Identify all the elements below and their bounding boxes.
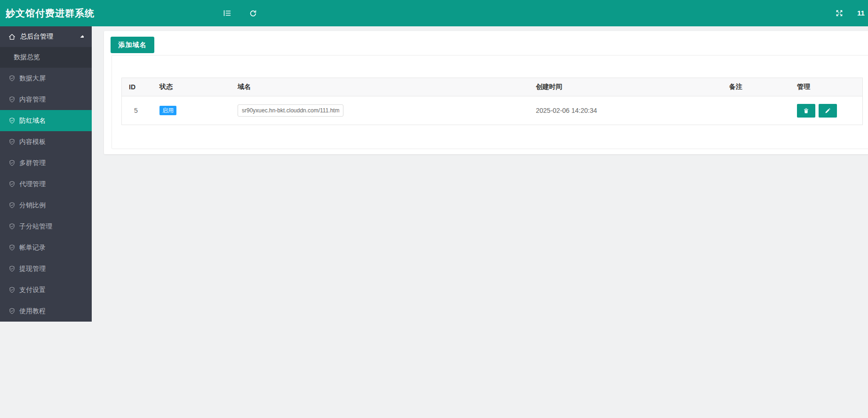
shield-check-icon: [8, 117, 16, 124]
table-panel: ID 状态 域名 创建时间 备注 管理 5 启用: [111, 55, 868, 149]
sidebar-parent-label: 总后台管理: [20, 32, 53, 41]
sidebar-item-usage-tutorial[interactable]: 使用教程: [0, 300, 92, 322]
app-window: 妙文馆付费进群系统 11 总后台管理 数据总览 数据大屏: [0, 0, 868, 418]
sidebar-item-label: 子分站管理: [19, 222, 52, 231]
shield-check-icon: [8, 159, 16, 166]
sidebar-item-withdraw-manage[interactable]: 提现管理: [0, 258, 92, 279]
sidebar-item-agent-manage[interactable]: 代理管理: [0, 174, 92, 195]
col-header-domain: 域名: [231, 78, 529, 96]
sidebar-item-data-overview[interactable]: 数据总览: [0, 47, 92, 68]
pencil-icon: [824, 107, 831, 114]
sidebar-item-label: 帐单记录: [19, 244, 46, 252]
shield-check-icon: [8, 244, 16, 251]
trash-icon: [803, 107, 810, 114]
shield-check-icon: [8, 75, 16, 82]
shield-check-icon: [8, 223, 16, 230]
sidebar-item-content-template[interactable]: 内容模板: [0, 131, 92, 152]
col-header-created: 创建时间: [529, 78, 722, 96]
shield-check-icon: [8, 265, 16, 272]
status-badge[interactable]: 启用: [159, 106, 176, 115]
table-header-row: ID 状态 域名 创建时间 备注 管理: [122, 78, 862, 96]
sidebar-item-label: 分销比例: [19, 201, 46, 210]
sidebar-item-label: 内容模板: [19, 138, 46, 146]
sidebar-item-label: 数据大屏: [19, 74, 46, 83]
caret-up-icon: [79, 34, 84, 39]
col-header-id: ID: [122, 78, 152, 96]
cell-domain: [231, 96, 529, 125]
content-card: 添加域名 ID 状态 域名 创建时间 备注: [104, 31, 868, 154]
sidebar-item-substation-manage[interactable]: 子分站管理: [0, 216, 92, 237]
shield-check-icon: [8, 181, 16, 188]
sidebar-nav: 总后台管理 数据总览 数据大屏 内容管理 防红域名 内容模板 多群管理: [0, 26, 92, 322]
edit-button[interactable]: [819, 104, 837, 118]
sidebar-item-label: 多群管理: [19, 159, 46, 167]
shield-check-icon: [8, 308, 16, 315]
shield-check-icon: [8, 138, 16, 145]
sidebar-item-data-screen[interactable]: 数据大屏: [0, 68, 92, 89]
shield-check-icon: [8, 202, 16, 209]
cell-status: 启用: [152, 96, 231, 125]
header-username[interactable]: 11: [857, 0, 865, 26]
app-title: 妙文馆付费进群系统: [6, 0, 95, 26]
delete-button[interactable]: [797, 104, 815, 118]
sidebar-item-payment-settings[interactable]: 支付设置: [0, 279, 92, 300]
shield-check-icon: [8, 286, 16, 293]
sidebar-item-label: 防红域名: [19, 117, 46, 125]
sidebar-item-label: 代理管理: [19, 180, 46, 189]
domain-table: ID 状态 域名 创建时间 备注 管理 5 启用: [121, 78, 863, 125]
sidebar-item-multi-group[interactable]: 多群管理: [0, 152, 92, 174]
sidebar-item-label: 支付设置: [19, 286, 46, 294]
col-header-status: 状态: [152, 78, 231, 96]
sidebar-item-label: 提现管理: [19, 265, 46, 273]
col-header-remark: 备注: [722, 78, 790, 96]
shield-check-icon: [8, 96, 16, 103]
sidebar-item-label: 使用教程: [19, 307, 46, 315]
add-domain-button[interactable]: 添加域名: [111, 37, 154, 53]
menu-fold-icon[interactable]: [219, 0, 236, 26]
home-icon: [8, 33, 16, 41]
sidebar-item-anti-red-domain[interactable]: 防红域名: [0, 110, 92, 131]
sidebar-item-bill-records[interactable]: 帐单记录: [0, 237, 92, 258]
cell-manage: [790, 96, 862, 125]
top-header-bar: 妙文馆付费进群系统 11: [0, 0, 868, 26]
cell-remark: [722, 96, 790, 125]
domain-input[interactable]: [238, 104, 343, 117]
refresh-icon[interactable]: [244, 0, 261, 26]
table-row: 5 启用 2025-02-06 14:20:34: [122, 96, 862, 125]
cell-id: 5: [122, 96, 152, 125]
col-header-manage: 管理: [790, 78, 862, 96]
sidebar-item-total-admin[interactable]: 总后台管理: [0, 26, 92, 47]
sidebar-item-content-manage[interactable]: 内容管理: [0, 89, 92, 110]
fullscreen-expand-icon[interactable]: [831, 0, 848, 26]
sidebar-sub-label: 数据总览: [14, 53, 40, 62]
cell-created: 2025-02-06 14:20:34: [529, 96, 722, 125]
sidebar-item-label: 内容管理: [19, 95, 46, 104]
sidebar-item-distribution-ratio[interactable]: 分销比例: [0, 195, 92, 216]
